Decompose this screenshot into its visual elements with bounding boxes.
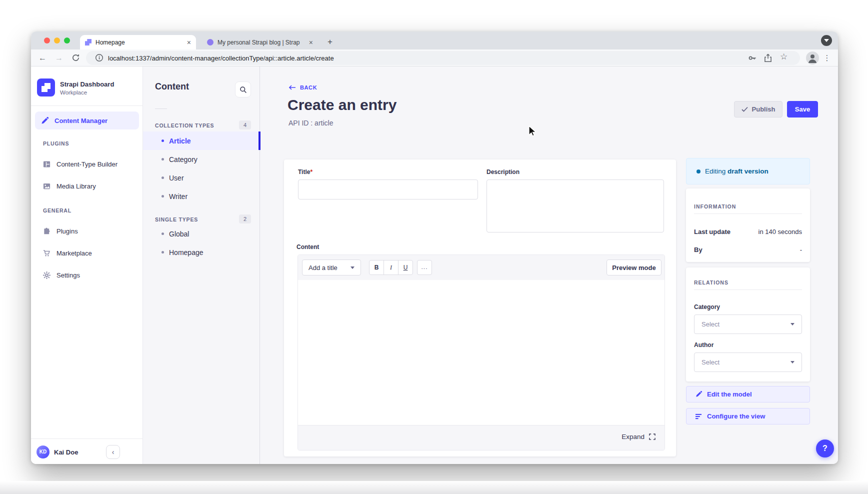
subnav-item-writer[interactable]: Writer bbox=[143, 187, 260, 206]
draft-status-banner: Editing draft version bbox=[686, 158, 810, 184]
tab-close-icon[interactable]: × bbox=[309, 39, 313, 46]
bold-button[interactable]: B bbox=[370, 260, 384, 274]
title-input[interactable] bbox=[298, 180, 478, 200]
reload-icon[interactable] bbox=[69, 52, 82, 64]
editor-text-area[interactable] bbox=[298, 280, 664, 425]
image-icon bbox=[43, 182, 50, 190]
strapi-logo-icon[interactable] bbox=[37, 78, 55, 96]
edit-model-label: Edit the model bbox=[707, 390, 752, 398]
information-heading: INFORMATION bbox=[694, 204, 736, 210]
category-select[interactable]: Select bbox=[694, 314, 802, 334]
browser-toolbar: ← → localhost:1337/admin/content-manager… bbox=[31, 50, 838, 66]
sidebar-item-content-type-builder[interactable]: Content-Type Builder bbox=[31, 155, 143, 173]
subnav-item-homepage[interactable]: Homepage bbox=[143, 243, 260, 262]
publish-button[interactable]: Publish bbox=[734, 101, 782, 118]
sidebar-item-settings[interactable]: Settings bbox=[31, 266, 143, 284]
address-bar[interactable]: localhost:1337/admin/content-manager/col… bbox=[86, 51, 800, 65]
bookmark-star-icon[interactable]: ☆ bbox=[780, 52, 789, 60]
heading-select[interactable]: Add a title bbox=[302, 260, 361, 276]
tab-strip: Homepage × My personal Strapi blog | Str… bbox=[31, 32, 838, 50]
sidebar-section-general: GENERAL bbox=[43, 208, 72, 214]
blog-favicon-icon bbox=[207, 39, 214, 46]
save-button[interactable]: Save bbox=[787, 101, 818, 118]
share-icon[interactable] bbox=[764, 54, 772, 62]
site-info-icon[interactable] bbox=[95, 54, 104, 62]
tab-blog[interactable]: My personal Strapi blog | Strap × bbox=[202, 35, 318, 50]
required-asterisk: * bbox=[310, 168, 312, 176]
tab-homepage[interactable]: Homepage × bbox=[80, 35, 196, 50]
back-button[interactable]: ← bbox=[36, 52, 49, 64]
back-link[interactable]: BACK bbox=[289, 84, 317, 90]
edit-model-button[interactable]: Edit the model bbox=[686, 386, 810, 402]
subnav-item-label: User bbox=[169, 174, 184, 182]
title-field-label: Title* bbox=[298, 168, 312, 176]
subnav-item-global[interactable]: Global bbox=[143, 224, 260, 243]
help-button[interactable]: ? bbox=[816, 440, 834, 458]
traffic-light-close[interactable] bbox=[44, 38, 50, 44]
draft-status-text: Editing draft version bbox=[705, 168, 768, 175]
browser-profile-avatar[interactable] bbox=[806, 52, 819, 64]
chevron-down-icon bbox=[350, 266, 354, 271]
mouse-cursor bbox=[526, 125, 537, 137]
sidebar-item-media-library[interactable]: Media Library bbox=[31, 177, 143, 195]
entry-form-card: Title* Description Content Add a title B… bbox=[284, 160, 676, 456]
brand-workspace: Workplace bbox=[60, 90, 87, 96]
search-icon bbox=[240, 86, 247, 94]
user-name: Kai Doe bbox=[54, 448, 78, 456]
description-textarea[interactable] bbox=[486, 180, 664, 232]
collapse-sidebar-button[interactable]: ‹ bbox=[106, 445, 120, 459]
subnav-item-article[interactable]: Article bbox=[143, 132, 260, 150]
rich-text-editor: Add a title B I U ... Preview mode bbox=[298, 254, 665, 450]
forward-button[interactable]: → bbox=[52, 52, 66, 64]
sidebar-item-content-manager[interactable]: Content Manager bbox=[35, 112, 139, 130]
configure-view-button[interactable]: Configure the view bbox=[686, 408, 810, 424]
key-icon[interactable] bbox=[748, 54, 757, 62]
gear-icon bbox=[43, 272, 50, 279]
author-select[interactable]: Select bbox=[694, 352, 802, 372]
browser-menu-kebab-icon[interactable]: ⋮ bbox=[823, 52, 831, 64]
information-box: INFORMATION Last update in 140 seconds B… bbox=[686, 188, 810, 262]
layout-grid-icon bbox=[43, 160, 50, 168]
traffic-light-minimize[interactable] bbox=[54, 38, 60, 44]
sidebar-footer-divider bbox=[31, 438, 142, 439]
search-button[interactable] bbox=[235, 82, 251, 98]
subnav-item-label: Article bbox=[169, 137, 191, 145]
sidebar-item-plugins[interactable]: Plugins bbox=[31, 222, 143, 240]
main-content: BACK Create an entry API ID : article Pu… bbox=[260, 66, 838, 464]
pen-icon bbox=[41, 117, 48, 124]
editor-footer: Expand bbox=[298, 425, 664, 450]
sidebar-item-label: Marketplace bbox=[56, 250, 92, 257]
bullet-icon bbox=[162, 158, 164, 160]
preview-mode-button[interactable]: Preview mode bbox=[606, 260, 662, 276]
by-label: By bbox=[694, 246, 702, 254]
status-dot-icon bbox=[696, 170, 700, 174]
arrow-left-icon bbox=[289, 85, 296, 90]
strapi-admin: Strapi Dashboard Workplace Content Manag… bbox=[31, 66, 838, 464]
sidebar-item-marketplace[interactable]: Marketplace bbox=[31, 244, 143, 262]
sidebar-item-label: Media Library bbox=[56, 182, 96, 190]
strapi-favicon-icon bbox=[85, 39, 92, 46]
new-tab-button[interactable]: + bbox=[324, 36, 336, 48]
subnav-item-category[interactable]: Category bbox=[143, 150, 260, 168]
tab-search-chevron-icon[interactable] bbox=[821, 35, 832, 46]
save-label: Save bbox=[795, 106, 810, 113]
cart-icon bbox=[43, 250, 50, 257]
italic-button[interactable]: I bbox=[384, 260, 398, 274]
subnav-item-label: Writer bbox=[169, 192, 188, 200]
traffic-light-zoom[interactable] bbox=[64, 38, 70, 44]
subnav-item-label: Global bbox=[169, 230, 189, 238]
brand-name: Strapi Dashboard bbox=[60, 80, 114, 88]
collection-types-count-badge: 4 bbox=[239, 120, 251, 130]
expand-button[interactable]: Expand bbox=[622, 433, 656, 440]
more-formats-button[interactable]: ... bbox=[417, 260, 432, 275]
subnav-item-user[interactable]: User bbox=[143, 168, 260, 187]
underline-button[interactable]: U bbox=[398, 260, 412, 274]
main-sidebar: Strapi Dashboard Workplace Content Manag… bbox=[31, 66, 143, 464]
configure-view-label: Configure the view bbox=[707, 412, 765, 420]
relations-box: RELATIONS Category Select Author Select bbox=[686, 268, 810, 382]
expand-icon bbox=[649, 434, 656, 440]
single-types-count-badge: 2 bbox=[239, 214, 251, 224]
user-avatar: KD bbox=[36, 446, 50, 458]
format-button-group: B I U bbox=[369, 260, 413, 275]
tab-close-icon[interactable]: × bbox=[187, 39, 191, 46]
